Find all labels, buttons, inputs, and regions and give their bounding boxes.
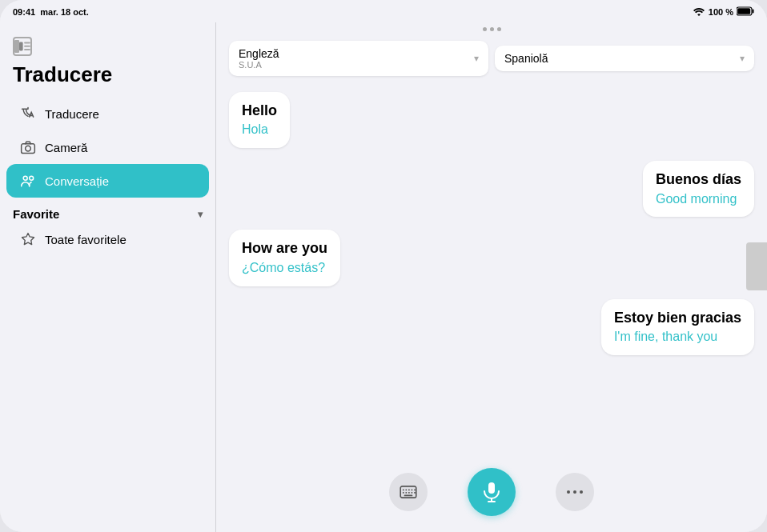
svg-rect-3 — [19, 42, 23, 51]
message-1-original: Hello — [242, 102, 277, 120]
svg-rect-23 — [488, 482, 495, 494]
sidebar-nav-item-conversatie[interactable]: Conversație — [6, 164, 209, 198]
svg-rect-4 — [24, 42, 30, 44]
svg-rect-14 — [408, 489, 410, 490]
favorites-chevron-icon: ▾ — [198, 209, 203, 220]
status-time: 09:41 mar. 18 oct. — [13, 7, 89, 17]
people-icon — [19, 172, 37, 190]
all-favorites-item[interactable]: Toate favoritele — [6, 224, 209, 254]
target-language-selector[interactable]: Spaniolă ▾ — [495, 46, 754, 71]
favorites-label: Favorite — [13, 207, 59, 221]
source-lang-sub: S.U.A — [239, 60, 279, 70]
more-options-button[interactable] — [556, 473, 594, 511]
conversatie-label: Conversație — [45, 174, 109, 188]
message-2-original: Buenos días — [656, 170, 741, 189]
source-lang-name: Engleză — [239, 47, 279, 60]
svg-rect-2 — [737, 8, 750, 14]
device-frame: 09:41 mar. 18 oct. 100 % — [0, 0, 767, 532]
bottom-toolbar — [216, 458, 767, 532]
sidebar-nav-item-traducere[interactable]: Traducere — [6, 97, 209, 130]
message-4-translation: I'm fine, thank you — [614, 329, 741, 346]
status-bar: 09:41 mar. 18 oct. 100 % — [0, 0, 767, 22]
message-3-container: How are you ¿Cómo estás? — [229, 230, 754, 286]
translate-icon — [19, 105, 37, 122]
svg-rect-17 — [403, 492, 404, 494]
message-1-translation: Hola — [242, 122, 277, 138]
message-2-bubble: Buenos días Good morning — [643, 161, 754, 217]
svg-rect-6 — [24, 49, 30, 50]
message-2-translation: Good morning — [656, 191, 741, 208]
dot-3 — [497, 27, 501, 31]
message-3-bubble: How are you ¿Cómo estás? — [229, 230, 340, 286]
sidebar-header — [0, 32, 215, 59]
message-3-translation: ¿Cómo estás? — [242, 260, 327, 277]
sidebar-title: Traducere — [0, 59, 215, 97]
svg-point-9 — [23, 176, 27, 180]
svg-rect-22 — [404, 495, 413, 497]
all-favorites-label: Toate favoritele — [45, 233, 126, 246]
message-3-original: How are you — [242, 239, 327, 258]
svg-rect-5 — [24, 46, 30, 47]
message-4-container: Estoy bien gracias I'm fine, thank you — [229, 299, 754, 355]
star-icon — [19, 230, 37, 248]
dot-1 — [483, 27, 487, 31]
battery-icon — [737, 6, 754, 18]
camera-label: Cameră — [45, 141, 87, 154]
svg-rect-12 — [403, 489, 404, 490]
camera-icon — [19, 138, 37, 156]
source-language-selector[interactable]: Engleză S.U.A ▾ — [229, 41, 488, 76]
side-button[interactable] — [746, 242, 767, 290]
dot-2 — [490, 27, 494, 31]
wifi-icon — [693, 6, 705, 18]
svg-point-26 — [567, 490, 570, 494]
language-bar: Engleză S.U.A ▾ Spaniolă ▾ — [216, 34, 767, 82]
sidebar-nav-item-camera[interactable]: Cameră — [6, 130, 209, 164]
svg-rect-15 — [412, 489, 413, 490]
svg-rect-21 — [414, 492, 416, 494]
microphone-button[interactable] — [468, 468, 516, 516]
svg-rect-19 — [408, 492, 410, 494]
message-4-original: Estoy bien gracias — [614, 309, 741, 327]
message-1-container: Hello Hola — [229, 92, 754, 148]
status-right: 100 % — [693, 6, 754, 18]
message-4-bubble: Estoy bien gracias I'm fine, thank you — [601, 299, 754, 355]
message-2-container: Buenos días Good morning — [229, 161, 754, 217]
top-dots — [216, 22, 767, 34]
svg-rect-18 — [405, 492, 407, 494]
target-lang-name: Spaniolă — [504, 52, 548, 65]
svg-rect-20 — [412, 492, 413, 494]
source-lang-chevron-icon: ▾ — [474, 53, 479, 64]
battery-percentage: 100 % — [709, 7, 733, 17]
main-content: Engleză S.U.A ▾ Spaniolă ▾ Hello — [216, 22, 767, 532]
svg-rect-13 — [405, 489, 407, 490]
svg-rect-1 — [753, 10, 754, 14]
keyboard-button[interactable] — [389, 473, 428, 511]
svg-point-8 — [26, 146, 31, 151]
favorites-header[interactable]: Favorite ▾ — [0, 198, 215, 224]
svg-point-28 — [580, 490, 583, 494]
message-1-bubble: Hello Hola — [229, 92, 290, 148]
conversation-area: Hello Hola Buenos días Good morning How … — [216, 82, 767, 458]
translate-label: Traducere — [45, 107, 99, 121]
svg-point-27 — [573, 490, 576, 494]
svg-rect-16 — [414, 489, 416, 490]
target-lang-chevron-icon: ▾ — [740, 53, 745, 64]
app-container: Traducere Traducere — [0, 22, 767, 532]
panel-toggle-icon[interactable] — [13, 37, 32, 56]
svg-point-10 — [30, 176, 34, 180]
sidebar: Traducere Traducere — [0, 22, 216, 532]
